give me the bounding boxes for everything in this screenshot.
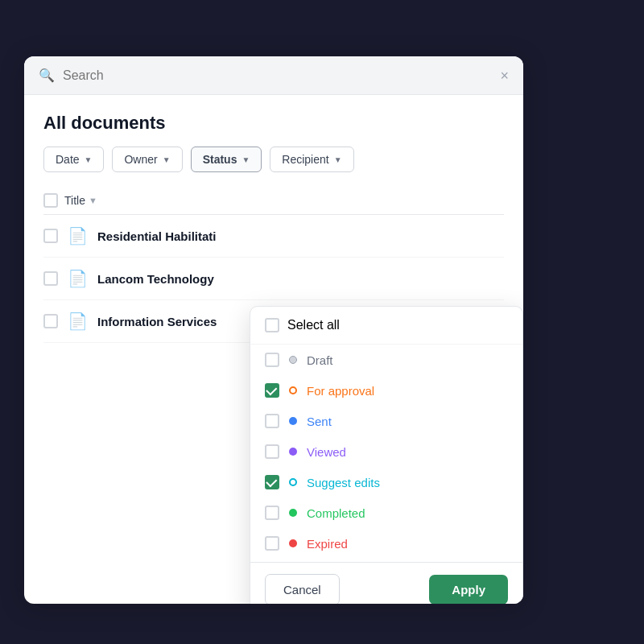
- search-bar: 🔍 ×: [24, 56, 523, 95]
- clear-icon[interactable]: ×: [500, 68, 509, 83]
- sent-label: Sent: [307, 415, 332, 428]
- title-sort-icon: ▼: [89, 196, 97, 205]
- doc-list-header: Title ▼: [43, 187, 504, 215]
- completed-label: Completed: [307, 506, 365, 520]
- doc1-checkbox[interactable]: [43, 229, 58, 243]
- owner-filter-button[interactable]: Owner ▼: [112, 147, 182, 172]
- header-checkbox[interactable]: [43, 193, 58, 208]
- viewed-dot: [289, 448, 297, 456]
- completed-checkbox[interactable]: [265, 506, 279, 520]
- expired-label: Expired: [307, 537, 348, 551]
- draft-label: Draft: [307, 353, 333, 367]
- status-filter-button[interactable]: Status ▼: [191, 147, 262, 172]
- suggest-dot: [289, 478, 297, 486]
- recipient-chevron-icon: ▼: [334, 155, 342, 164]
- viewed-label: Viewed: [307, 445, 346, 459]
- status-option-expired[interactable]: Expired: [250, 528, 522, 559]
- filter-row: Date ▼ Owner ▼ Status ▼ Recipient ▼: [24, 147, 523, 187]
- cancel-button[interactable]: Cancel: [265, 574, 340, 604]
- documents-heading: All documents: [24, 95, 523, 147]
- doc2-checkbox[interactable]: [43, 271, 58, 286]
- title-column-label: Title ▼: [64, 194, 97, 207]
- for-approval-dot: [289, 386, 297, 394]
- for-approval-checkbox[interactable]: [265, 383, 279, 398]
- doc3-checkbox[interactable]: [43, 314, 58, 328]
- status-chevron-icon: ▼: [242, 155, 250, 164]
- sent-checkbox[interactable]: [265, 414, 279, 428]
- date-chevron-icon: ▼: [85, 155, 93, 164]
- suggest-edits-checkbox[interactable]: [265, 475, 279, 489]
- expired-checkbox[interactable]: [265, 536, 279, 551]
- recipient-filter-label: Recipient: [282, 153, 328, 166]
- draft-dot: [289, 356, 297, 364]
- doc-icon: 📄: [68, 269, 88, 288]
- status-option-sent[interactable]: Sent: [250, 406, 522, 436]
- status-dropdown: Select all Draft For approval Sent Viewe…: [250, 306, 523, 604]
- draft-checkbox[interactable]: [265, 353, 279, 367]
- table-row: 📄 Residential Habilitati: [43, 215, 504, 258]
- table-row: 📄 Lancom Technology: [43, 258, 504, 300]
- status-option-completed[interactable]: Completed: [250, 497, 522, 528]
- viewed-checkbox[interactable]: [265, 444, 279, 459]
- dropdown-footer: Cancel Apply: [250, 562, 522, 604]
- expired-dot: [289, 539, 297, 547]
- status-option-suggest-edits[interactable]: Suggest edits: [250, 467, 522, 497]
- date-filter-label: Date: [56, 153, 80, 166]
- doc1-name: Residential Habilitati: [97, 229, 217, 243]
- sent-dot: [289, 417, 297, 425]
- search-icon: 🔍: [39, 68, 55, 83]
- select-all-checkbox[interactable]: [265, 318, 279, 332]
- status-filter-label: Status: [203, 153, 237, 166]
- doc3-name: Information Services: [97, 315, 217, 328]
- recipient-filter-button[interactable]: Recipient ▼: [270, 147, 353, 172]
- select-all-row: Select all: [250, 307, 522, 345]
- owner-chevron-icon: ▼: [163, 155, 171, 164]
- select-all-label: Select all: [287, 318, 340, 332]
- suggest-label: Suggest edits: [307, 476, 380, 489]
- doc-icon: 📄: [68, 226, 88, 246]
- main-panel: 🔍 × All documents Date ▼ Owner ▼ Status …: [24, 56, 523, 604]
- status-option-draft[interactable]: Draft: [250, 345, 522, 375]
- date-filter-button[interactable]: Date ▼: [43, 147, 104, 172]
- apply-button[interactable]: Apply: [429, 575, 508, 604]
- header-checkbox-area: Title ▼: [43, 193, 97, 208]
- doc-icon: 📄: [68, 312, 88, 331]
- search-input[interactable]: [63, 68, 492, 83]
- status-option-viewed[interactable]: Viewed: [250, 436, 522, 467]
- owner-filter-label: Owner: [124, 153, 157, 166]
- status-option-for-approval[interactable]: For approval: [250, 375, 522, 406]
- completed-dot: [289, 509, 297, 517]
- doc2-name: Lancom Technology: [97, 272, 214, 286]
- for-approval-label: For approval: [307, 384, 374, 398]
